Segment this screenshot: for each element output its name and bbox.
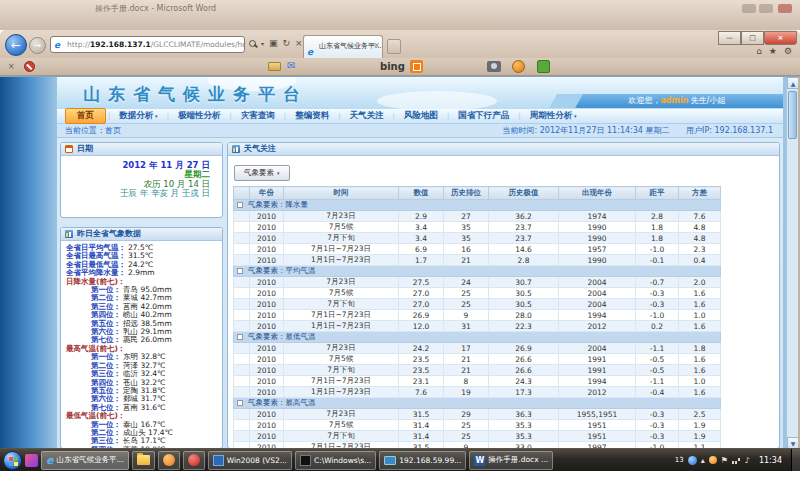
- tray-count-badge[interactable]: 13: [675, 456, 684, 464]
- volume-icon[interactable]: ♪: [745, 456, 750, 465]
- scrollbar-thumb[interactable]: [788, 91, 797, 139]
- nav-item-9[interactable]: 周期性分析 ▾: [521, 110, 586, 122]
- table-row: 20107月5候31.42535.31951-0.31.9: [234, 420, 721, 431]
- rdp-icon: [384, 456, 396, 465]
- bg-minimize-button[interactable]: [742, 4, 756, 13]
- gear-icon[interactable]: ⚙: [784, 46, 792, 56]
- chevron-down-icon: ▾: [153, 113, 157, 119]
- table-cell: 17.3: [489, 387, 559, 398]
- group-checkbox[interactable]: [237, 202, 243, 208]
- row-checkbox-cell: [234, 233, 250, 244]
- refresh-icon[interactable]: ↻: [283, 38, 291, 48]
- table-cell: 21: [444, 354, 489, 365]
- taskbar-ie-window[interactable]: e山东省气候业务平...: [41, 451, 129, 470]
- table-cell: 1.0: [679, 310, 721, 321]
- nav-item-2[interactable]: 数据分析 ▾: [110, 110, 166, 122]
- column-header: 数值: [399, 187, 444, 200]
- nav-bar: 首页|数据分析 ▾|极端性分析|灾害查询|整编资料|天气关注|风险地图|国省下行…: [57, 109, 783, 124]
- page-scrollbar[interactable]: ▲ ▼: [786, 77, 798, 448]
- element-filter-button[interactable]: 气象要素▾: [234, 165, 290, 181]
- blocked-icon[interactable]: [24, 61, 35, 72]
- nav-item-4[interactable]: 灾害查询: [232, 110, 284, 122]
- nav-item-8[interactable]: 国省下行产品: [449, 110, 518, 122]
- table-row: 20107月23日27.52430.72004-0.72.0: [234, 277, 721, 288]
- favorites-star-icon[interactable]: ★: [769, 46, 777, 56]
- browser-chrome: ← → ehttp://192.168.137.1/GLCCLIMATE/mod…: [0, 30, 800, 58]
- tab-close-icon[interactable]: ×: [373, 36, 380, 56]
- nav-item-3[interactable]: 极端性分析: [169, 110, 230, 122]
- table-cell: 1.8: [636, 222, 679, 233]
- table-cell: -0.5: [636, 365, 679, 376]
- camera-icon[interactable]: [487, 61, 501, 72]
- mail-icon[interactable]: ✉: [287, 60, 295, 71]
- group-label: 气象要素：最低气温: [248, 332, 316, 341]
- toolbar-close-icon[interactable]: ×: [8, 62, 15, 71]
- im-icon[interactable]: [688, 456, 697, 465]
- table-cell: 21: [444, 365, 489, 376]
- stop-icon[interactable]: ×: [295, 38, 303, 48]
- table-row: 20107月5候23.52126.61991-0.51.6: [234, 354, 721, 365]
- new-tab-button[interactable]: [387, 39, 401, 54]
- table-cell: -0.5: [636, 354, 679, 365]
- browser-tab[interactable]: e 山东省气候业务平... ×: [303, 35, 383, 58]
- nav-item-6[interactable]: 天气关注: [341, 110, 393, 122]
- security-icon[interactable]: [709, 456, 717, 464]
- date-panel-title: 日期: [77, 143, 93, 155]
- nav-item-5[interactable]: 整编资料: [286, 110, 338, 122]
- bg-close-button[interactable]: [778, 4, 792, 13]
- table-cell: 1月1日~7月23日: [284, 321, 399, 332]
- bg-maximize-button[interactable]: [759, 4, 773, 13]
- window-minimize-button[interactable]: —: [718, 31, 741, 45]
- search-icon[interactable]: [249, 40, 256, 47]
- address-bar[interactable]: ehttp://192.168.137.1/GLCCLIMATE/modules…: [50, 36, 245, 53]
- table-row: 20107月下旬3.43523.719901.84.8: [234, 233, 721, 244]
- show-desktop-button[interactable]: [791, 449, 800, 472]
- group-checkbox[interactable]: [237, 400, 243, 406]
- taskbar-cmd-window[interactable]: C:\Windows\s...: [295, 451, 376, 470]
- taskbar-explorer[interactable]: [132, 451, 155, 470]
- table-cell: 2004: [559, 343, 636, 354]
- row-checkbox-cell: [234, 222, 250, 233]
- group-checkbox[interactable]: [237, 268, 243, 274]
- table-cell: 7月5候: [284, 420, 399, 431]
- bing-logo[interactable]: bing: [380, 61, 405, 72]
- forward-button[interactable]: →: [29, 37, 46, 54]
- bing-box-icon[interactable]: [410, 60, 423, 73]
- taskbar-app-orange[interactable]: [158, 451, 180, 470]
- taskbar-app-red[interactable]: [183, 451, 205, 470]
- plugin-icon[interactable]: [537, 60, 550, 73]
- cards-icon[interactable]: [268, 62, 281, 71]
- table-cell: 2.0: [679, 277, 721, 288]
- table-cell: 7.6: [679, 211, 721, 222]
- taskbar-win2008-window[interactable]: Win2008 (VS2...: [208, 451, 292, 470]
- address-dropdown-icon[interactable]: ▾: [261, 40, 264, 47]
- table-cell: 7月23日: [284, 409, 399, 420]
- taskbar-word-window[interactable]: W操作手册.docx ...: [469, 451, 553, 470]
- media-app-icon[interactable]: [25, 454, 38, 467]
- table-cell: 7月23日: [284, 211, 399, 222]
- group-cell: 气象要素：最低气温: [234, 332, 721, 343]
- table-row: 20107月1日~7月23日6.91614.61957-1.02.3: [234, 244, 721, 255]
- home-icon[interactable]: ⌂: [756, 46, 762, 56]
- window-close-button[interactable]: ×: [764, 31, 797, 45]
- table-cell: 7月5候: [284, 354, 399, 365]
- nav-item-1[interactable]: 首页: [65, 108, 106, 124]
- network-icon[interactable]: [732, 456, 741, 464]
- taskbar-remote-window[interactable]: 192.168.59.99...: [379, 451, 466, 470]
- group-checkbox[interactable]: [237, 334, 243, 340]
- flag-icon[interactable]: ⚑: [721, 456, 728, 465]
- compatibility-icon[interactable]: ▣: [269, 38, 278, 48]
- taskbar-clock[interactable]: 11:34: [754, 456, 787, 465]
- table-cell: 26.6: [489, 354, 559, 365]
- nav-item-7[interactable]: 风险地图: [395, 110, 447, 122]
- weather-stats-list: 全省日平均气温：27.5℃全省日最高气温：31.5℃全省日最低气温：24.2℃全…: [61, 241, 222, 448]
- table-cell: 29: [444, 409, 489, 420]
- back-button[interactable]: ←: [5, 34, 27, 56]
- table-cell: 27: [444, 211, 489, 222]
- start-button[interactable]: [3, 451, 22, 470]
- table-cell: 1990: [559, 222, 636, 233]
- table-cell: 25: [444, 431, 489, 442]
- tray-expand-icon[interactable]: ▴: [701, 456, 705, 465]
- pet-app-icon[interactable]: [512, 60, 525, 73]
- window-maximize-button[interactable]: □: [741, 31, 764, 45]
